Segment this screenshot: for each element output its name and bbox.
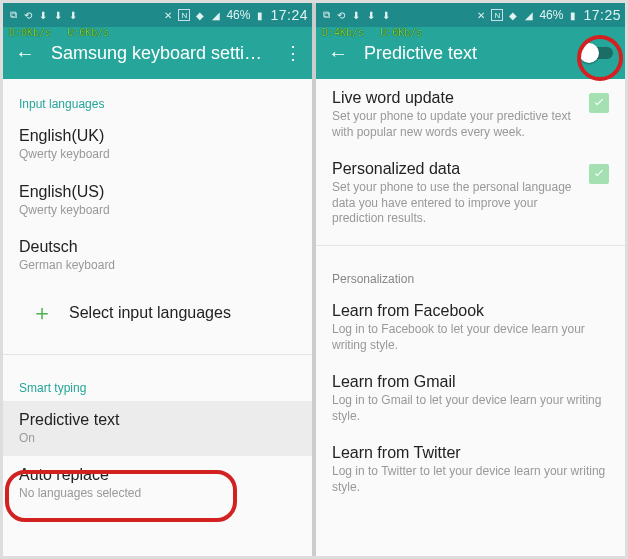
auto-replace-item[interactable]: Auto replace No languages selected [3,456,312,512]
clock: 17:24 [270,7,308,23]
sync-icon: ⟲ [22,9,34,21]
signal-icon: ◢ [210,9,222,21]
checkbox-checked-icon[interactable] [589,93,609,113]
predictive-text-item[interactable]: Predictive text On [3,401,312,457]
language-item[interactable]: English(US) Qwerty keyboard [3,173,312,229]
checkbox-checked-icon[interactable] [589,164,609,184]
download-icon: ⬇ [365,9,377,21]
back-icon[interactable]: ← [328,42,348,65]
divider [316,245,625,246]
network-speed-overlay: D:4Kb/s U:0Kb/s [316,27,422,41]
divider [3,354,312,355]
predictive-text-screen: ⧉ ⟲ ⬇ ⬇ ⬇ ✕ N ◆ ◢ 46% ▮ 17:25 D:4Kb/s U:… [316,3,625,556]
language-item[interactable]: Deutsch German keyboard [3,228,312,284]
download-icon: ⬇ [37,9,49,21]
wifi-off-icon: ✕ [475,9,487,21]
battery-percent: 46% [226,8,250,22]
clock: 17:25 [583,7,621,23]
section-personalization: Personalization [316,254,625,292]
learn-from-facebook-item[interactable]: Learn from Facebook Log in to Facebook t… [316,292,625,363]
screenshot-icon: ⧉ [320,9,332,21]
predictive-text-master-toggle[interactable] [581,44,613,62]
section-input-languages: Input languages [3,79,312,117]
page-title: Predictive text [364,43,565,64]
personalized-data-item[interactable]: Personalized data Set your phone to use … [316,150,625,237]
keyboard-settings-screen: ⧉ ⟲ ⬇ ⬇ ⬇ ✕ N ◆ ◢ 46% ▮ 17:24 D:0Kb/s U:… [3,3,312,556]
download-icon: ⬇ [52,9,64,21]
location-icon: ◆ [194,9,206,21]
battery-percent: 46% [539,8,563,22]
nfc-icon: N [178,9,190,21]
wifi-off-icon: ✕ [162,9,174,21]
sync-icon: ⟲ [335,9,347,21]
nfc-icon: N [491,9,503,21]
select-input-languages-button[interactable]: ＋ Select input languages [3,284,312,346]
language-item[interactable]: English(UK) Qwerty keyboard [3,117,312,173]
network-speed-overlay: D:0Kb/s U:0Kb/s [3,27,109,41]
learn-from-gmail-item[interactable]: Learn from Gmail Log in to Gmail to let … [316,363,625,434]
status-bar: ⧉ ⟲ ⬇ ⬇ ⬇ ✕ N ◆ ◢ 46% ▮ 17:25 [316,3,625,27]
live-word-update-item[interactable]: Live word update Set your phone to updat… [316,79,625,150]
location-icon: ◆ [507,9,519,21]
back-icon[interactable]: ← [15,42,35,65]
page-title: Samsung keyboard settings [51,43,268,64]
plus-icon: ＋ [31,298,53,328]
screenshot-icon: ⧉ [7,9,19,21]
battery-icon: ▮ [567,9,579,21]
learn-from-twitter-item[interactable]: Learn from Twitter Log in to Twitter to … [316,434,625,505]
status-bar: ⧉ ⟲ ⬇ ⬇ ⬇ ✕ N ◆ ◢ 46% ▮ 17:24 [3,3,312,27]
download-icon: ⬇ [350,9,362,21]
battery-icon: ▮ [254,9,266,21]
signal-icon: ◢ [523,9,535,21]
section-smart-typing: Smart typing [3,363,312,401]
download-icon: ⬇ [67,9,79,21]
overflow-menu-icon[interactable]: ⋮ [284,42,300,64]
download-icon: ⬇ [380,9,392,21]
